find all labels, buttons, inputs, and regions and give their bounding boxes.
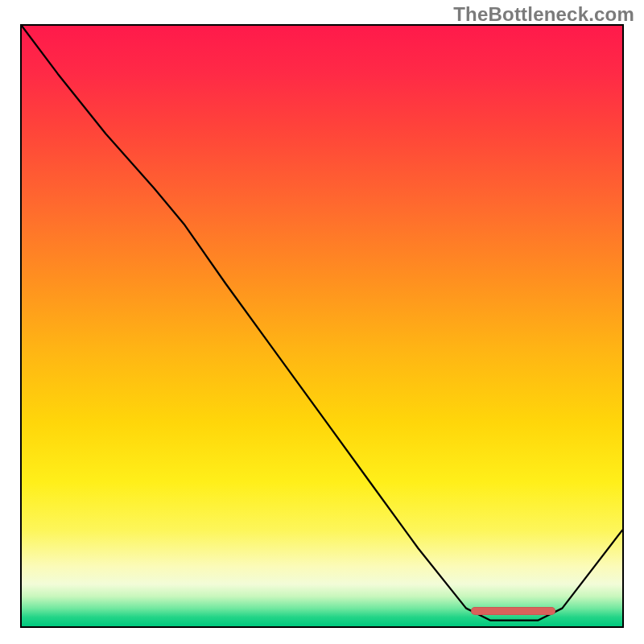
plot-area [20, 24, 624, 628]
bottleneck-curve [22, 26, 622, 626]
optimal-zone-marker [471, 607, 555, 615]
watermark-label: TheBottleneck.com [453, 3, 634, 26]
chart-container: TheBottleneck.com [0, 0, 644, 644]
